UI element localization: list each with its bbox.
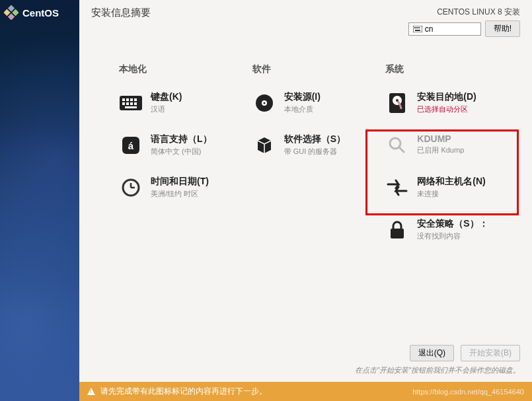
spoke-status: 已选择自动分区	[417, 104, 476, 114]
warning-bar[interactable]: 请先完成带有此图标标记的内容再进行下一步。 https://blog.csdn.…	[79, 382, 532, 401]
spoke-title: 安装源(I)	[284, 91, 321, 103]
keyboard-icon	[119, 91, 143, 115]
svg-rect-1	[12, 9, 19, 16]
svg-rect-12	[130, 98, 133, 101]
spoke-title: 安全策略（S）：	[417, 218, 488, 230]
centos-logo-icon	[4, 5, 19, 20]
spoke-status: 汉语	[151, 104, 182, 114]
svg-text:á: á	[128, 140, 134, 151]
header: 安装信息摘要 CENTOS LINUX 8 安装 cn 帮助!	[79, 0, 532, 37]
spoke-datetime[interactable]: 时间和日期(T) 美洲/纽约 时区	[119, 176, 252, 200]
package-icon	[252, 133, 276, 157]
spoke-status: 本地介质	[284, 104, 321, 114]
svg-rect-13	[134, 98, 137, 101]
svg-rect-32	[391, 229, 404, 238]
harddisk-icon	[385, 91, 409, 115]
svg-rect-6	[416, 27, 418, 28]
spoke-status: 美洲/纽约 时区	[151, 189, 209, 199]
disc-icon	[252, 91, 276, 115]
spoke-title: 网络和主机名(N)	[417, 176, 485, 188]
svg-point-26	[263, 102, 265, 104]
spoke-status: 未连接	[417, 189, 485, 199]
keyboard-icon	[413, 26, 422, 32]
keyboard-indicator[interactable]: cn	[408, 22, 481, 36]
svg-rect-7	[418, 27, 420, 28]
keyboard-lang-code: cn	[425, 24, 434, 34]
spoke-status: 简体中文 (中国)	[151, 147, 212, 157]
svg-rect-8	[415, 30, 420, 31]
svg-point-30	[390, 138, 400, 149]
spoke-title: 软件选择（S）	[284, 133, 346, 145]
svg-rect-15	[126, 102, 129, 105]
language-icon: á	[119, 133, 143, 157]
warning-icon	[87, 388, 95, 395]
column-system: 系统 安装目的地(D) 已选择自动分区 KDUMP	[385, 63, 519, 340]
logo: CentOS	[0, 0, 79, 25]
watermark-text: https://blog.csdn.net/qq_46154640	[412, 388, 524, 396]
spoke-language[interactable]: á 语言支持（L） 简体中文 (中国)	[119, 133, 252, 157]
spoke-security[interactable]: 安全策略（S）： 没有找到内容	[385, 218, 519, 242]
spoke-status: 已启用 Kdump	[417, 145, 464, 155]
svg-rect-5	[414, 27, 416, 28]
svg-rect-11	[126, 98, 129, 101]
content: 本地化 键盘(K) 汉语 á 语言支持（L）	[79, 37, 532, 340]
svg-rect-14	[122, 102, 125, 105]
spoke-title: 语言支持（L）	[151, 133, 212, 145]
footer: 退出(Q) 开始安装(B) 在点击"开始安装"按钮前我们并不会操作您的磁盘。	[79, 340, 532, 382]
svg-rect-2	[4, 9, 11, 16]
svg-rect-17	[134, 102, 137, 105]
svg-rect-0	[8, 5, 15, 12]
product-label: CENTOS LINUX 8 安装	[437, 7, 520, 18]
footer-hint: 在点击"开始安装"按钮前我们并不会操作您的磁盘。	[355, 365, 520, 375]
begin-install-button[interactable]: 开始安装(B)	[461, 345, 520, 361]
svg-rect-16	[130, 102, 133, 105]
column-heading: 系统	[385, 63, 519, 75]
network-icon	[385, 176, 409, 200]
column-heading: 本地化	[119, 63, 252, 75]
main-panel: 安装信息摘要 CENTOS LINUX 8 安装 cn 帮助! 本地	[79, 0, 532, 401]
spoke-keyboard[interactable]: 键盘(K) 汉语	[119, 91, 252, 115]
warning-text: 请先完成带有此图标标记的内容再进行下一步。	[100, 386, 267, 397]
column-heading: 软件	[252, 63, 386, 75]
spoke-installation-source[interactable]: 安装源(I) 本地介质	[252, 91, 386, 115]
spoke-title: 安装目的地(D)	[417, 91, 476, 103]
spoke-status: 带 GUI 的服务器	[284, 147, 346, 157]
page-title: 安装信息摘要	[91, 7, 151, 37]
sidebar: CentOS	[0, 0, 79, 401]
spoke-network[interactable]: 网络和主机名(N) 未连接	[385, 176, 519, 200]
clock-icon	[119, 176, 143, 200]
svg-rect-3	[8, 13, 15, 20]
svg-rect-4	[413, 26, 422, 32]
lock-icon	[385, 218, 409, 242]
column-localization: 本地化 键盘(K) 汉语 á 语言支持（L）	[119, 63, 252, 340]
spoke-title: 时间和日期(T)	[151, 176, 209, 188]
spoke-title: 键盘(K)	[151, 91, 182, 103]
spoke-installation-destination[interactable]: 安装目的地(D) 已选择自动分区	[385, 91, 519, 115]
magnifier-icon	[385, 133, 409, 157]
quit-button[interactable]: 退出(Q)	[410, 345, 454, 361]
spoke-title: KDUMP	[417, 133, 464, 144]
svg-line-31	[399, 147, 404, 153]
spoke-software-selection[interactable]: 软件选择（S） 带 GUI 的服务器	[252, 133, 386, 157]
svg-rect-10	[122, 98, 125, 101]
spoke-status: 没有找到内容	[417, 231, 488, 241]
spoke-kdump[interactable]: KDUMP 已启用 Kdump	[385, 133, 519, 157]
help-button[interactable]: 帮助!	[485, 20, 520, 37]
column-software: 软件 安装源(I) 本地介质 软件选择（S）	[252, 63, 386, 340]
svg-rect-18	[125, 106, 137, 108]
logo-text: CentOS	[22, 7, 59, 18]
